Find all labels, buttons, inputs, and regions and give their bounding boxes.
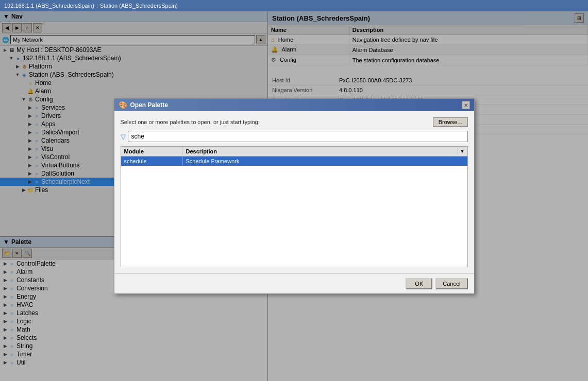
col-sort-btn[interactable]: ▼ <box>457 149 467 154</box>
dialog-instruction: Select one or more palettes to open, or … <box>121 117 468 127</box>
dialog-footer: OK Cancel <box>114 273 474 293</box>
dialog-title: Open Palette <box>130 101 168 109</box>
filter-icon: ▽ <box>121 133 126 141</box>
breadcrumb-ip: 192.168.1.1 (ABS_SchredersSpain) <box>4 3 94 9</box>
dialog-table-row[interactable]: schedule Schedule Framework <box>121 157 467 166</box>
breadcrumb-bar: 192.168.1.1 (ABS_SchredersSpain) : Stati… <box>0 0 588 11</box>
breadcrumb-separator: : <box>96 3 98 9</box>
dialog-titlebar: 🎨 Open Palette ✕ <box>114 99 474 111</box>
dialog-body: Select one or more palettes to open, or … <box>114 111 474 273</box>
modal-overlay: 🎨 Open Palette ✕ Select one or more pale… <box>0 11 588 381</box>
ok-button[interactable]: OK <box>406 278 432 289</box>
breadcrumb-station: Station (ABS_SchredersSpain) <box>100 3 178 9</box>
table-header: Module Description ▼ <box>121 147 467 157</box>
row-module: schedule <box>121 157 183 166</box>
filter-input[interactable] <box>128 131 468 142</box>
open-palette-dialog: 🎨 Open Palette ✕ Select one or more pale… <box>114 98 475 294</box>
dialog-close-button[interactable]: ✕ <box>462 101 470 109</box>
browse-button[interactable]: Browse... <box>433 117 468 127</box>
row-description: Schedule Framework <box>183 157 467 166</box>
col-desc-header: Description <box>183 147 457 156</box>
cancel-button[interactable]: Cancel <box>435 278 467 289</box>
dialog-table-container: Module Description ▼ schedule Schedule F… <box>121 146 468 267</box>
filter-row: ▽ <box>121 131 468 142</box>
instruction-text: Select one or more palettes to open, or … <box>121 119 260 125</box>
palette-dialog-icon: 🎨 <box>119 101 127 109</box>
col-module-header: Module <box>121 147 183 156</box>
